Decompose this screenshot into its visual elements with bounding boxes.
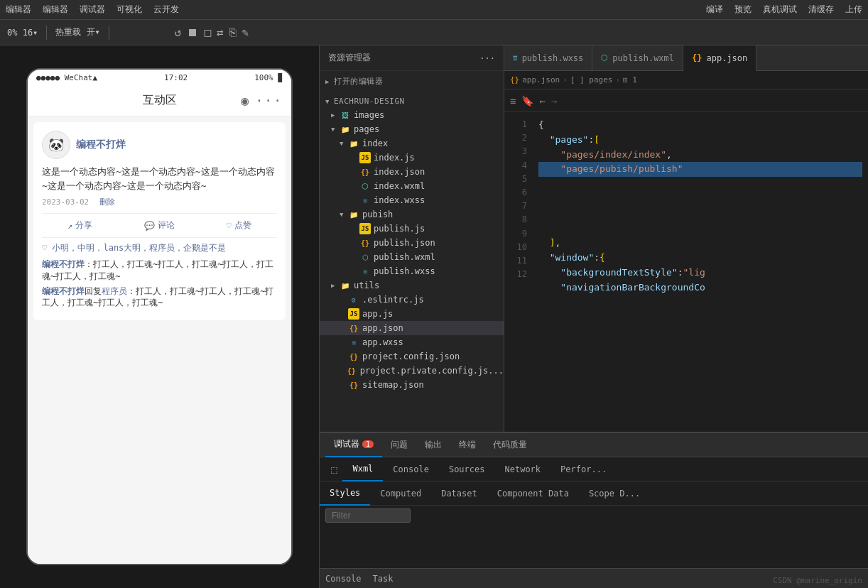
file-publish-js[interactable]: JS publish.js bbox=[320, 222, 504, 236]
stop-icon[interactable]: ⏹ bbox=[187, 26, 198, 39]
nav-forward-icon[interactable]: → bbox=[551, 95, 557, 107]
post-username[interactable]: 编程不打烊 bbox=[76, 138, 126, 151]
wxml-icon: ⬡ bbox=[359, 180, 371, 192]
phone-record-icon[interactable]: ◉ bbox=[241, 93, 249, 108]
folder-pubish[interactable]: ▼ 📁 pubish bbox=[320, 207, 504, 222]
file-sitemap-name: sitemap.json bbox=[362, 380, 424, 390]
folder-images[interactable]: ▶ 🖼 images bbox=[320, 108, 504, 122]
percentage-selector[interactable]: 0% 16▾ bbox=[7, 28, 38, 38]
menu-cloud[interactable]: 云开发 bbox=[153, 4, 179, 16]
tab-publish-wxml-icon: ⬡ bbox=[601, 53, 608, 62]
tab-code-quality[interactable]: 代码质量 bbox=[484, 433, 536, 457]
swap-icon[interactable]: ⇄ bbox=[217, 26, 224, 39]
menu-editor[interactable]: 编辑器 bbox=[6, 4, 31, 16]
tab-app-json-label: app.json bbox=[706, 53, 747, 63]
file-app-js[interactable]: JS app.js bbox=[320, 307, 504, 321]
tab-publish-wxml[interactable]: ⬡ publish.wxml bbox=[592, 45, 683, 71]
menu-editview[interactable]: 编辑器 bbox=[43, 4, 68, 16]
subtab-inspect-icon[interactable]: ⬚ bbox=[325, 464, 342, 475]
breadcrumb-pages[interactable]: [ ] pages bbox=[570, 75, 613, 85]
file-publish-wxml[interactable]: ⬡ publish.wxml bbox=[320, 250, 504, 264]
comment-action[interactable]: 💬 评论 bbox=[144, 219, 175, 232]
tab-terminal[interactable]: 终端 bbox=[450, 433, 484, 457]
menu-preview[interactable]: 预览 bbox=[734, 4, 752, 16]
open-editors-header[interactable]: ▶ 打开的编辑器 bbox=[320, 74, 504, 89]
code-line-10: "window":{ bbox=[538, 251, 862, 266]
folder-images-icon: 🖼 bbox=[340, 109, 351, 121]
file-project-config-name: project.config.json bbox=[362, 352, 460, 361]
post-card: 🐼 编程不打烊 这是一个动态内容~这是一个动态内容~这是一个动态内容~这是一个动… bbox=[33, 122, 286, 320]
menu-visual[interactable]: 可视化 bbox=[116, 4, 142, 16]
breadcrumb-index[interactable]: ⊡ 1 bbox=[623, 75, 637, 85]
subtab-performance[interactable]: Perfor... bbox=[550, 457, 617, 481]
file-sitemap[interactable]: {} sitemap.json bbox=[320, 378, 504, 392]
style-tab-component-data[interactable]: Component Data bbox=[487, 481, 579, 506]
file-index-wxss[interactable]: ≡ index.wxss bbox=[320, 193, 504, 207]
bottom-subtabs: ⬚ Wxml Console Sources Network Perfor... bbox=[320, 457, 868, 481]
collapse-all-icon[interactable]: ≡ bbox=[510, 95, 516, 107]
tab-debugger[interactable]: 调试器 1 bbox=[325, 433, 382, 457]
file-publish-wxss[interactable]: ≡ publish.wxss bbox=[320, 264, 504, 278]
style-tab-dataset[interactable]: Dataset bbox=[431, 481, 487, 506]
reply-target[interactable]: 程序员 bbox=[102, 286, 127, 296]
bookmark-icon[interactable]: 🔖 bbox=[521, 95, 533, 107]
style-tab-scope[interactable]: Scope D... bbox=[579, 481, 650, 506]
file-app-wxss[interactable]: ≡ app.wxss bbox=[320, 335, 504, 349]
comment-author[interactable]: 编程不打烊 bbox=[42, 259, 85, 269]
comment-reply-author[interactable]: 编程不打烊 bbox=[42, 286, 85, 296]
phone-status-bar: ●●●●● WeChat▲ 17:02 100% ▉ bbox=[28, 70, 291, 85]
tab-publish-wxss[interactable]: ≡ publish.wxss bbox=[504, 45, 592, 71]
subtab-network[interactable]: Network bbox=[495, 457, 551, 481]
subtab-console[interactable]: Console bbox=[383, 457, 439, 481]
menu-device-debug[interactable]: 真机调试 bbox=[763, 4, 797, 16]
style-tab-computed[interactable]: Computed bbox=[370, 481, 431, 506]
edit-icon[interactable]: ✎ bbox=[242, 26, 249, 39]
file-app-json[interactable]: {} app.json bbox=[320, 321, 504, 335]
breadcrumb-file[interactable]: app.json bbox=[522, 75, 560, 85]
subtab-sources[interactable]: Sources bbox=[439, 457, 495, 481]
subtab-wxml[interactable]: Wxml bbox=[342, 457, 383, 481]
style-tab-styles[interactable]: Styles bbox=[320, 481, 370, 506]
menu-clear-cache[interactable]: 清缓存 bbox=[808, 4, 834, 16]
file-index-js[interactable]: JS index.js bbox=[320, 151, 504, 165]
nav-back-icon[interactable]: ← bbox=[539, 95, 545, 107]
menu-upload[interactable]: 上传 bbox=[845, 4, 862, 16]
refresh-icon[interactable]: ↺ bbox=[175, 26, 182, 39]
tab-app-json[interactable]: {} app.json bbox=[683, 45, 756, 71]
file-panel-more-icon[interactable]: ··· bbox=[479, 53, 495, 63]
copy-icon[interactable]: ⎘ bbox=[229, 26, 237, 39]
js-icon: JS bbox=[359, 152, 371, 163]
tab-output-label: 输出 bbox=[425, 439, 442, 451]
folder-utils[interactable]: ▶ 📁 utils bbox=[320, 278, 504, 293]
window-icon[interactable]: □ bbox=[204, 26, 211, 39]
folder-utils-icon: 📁 bbox=[340, 280, 351, 291]
folder-pages[interactable]: ▼ 📁 pages bbox=[320, 122, 504, 136]
file-publish-json[interactable]: {} publish.json bbox=[320, 236, 504, 250]
folder-index[interactable]: ▼ 📁 index bbox=[320, 136, 504, 151]
code-line-6 bbox=[538, 192, 862, 207]
app-js-icon: JS bbox=[348, 308, 359, 320]
share-action[interactable]: ↗ 分享 bbox=[67, 219, 92, 232]
folder-index-name: index bbox=[362, 138, 388, 148]
phone-content[interactable]: 🐼 编程不打烊 这是一个动态内容~这是一个动态内容~这是一个动态内容~这是一个动… bbox=[28, 116, 291, 564]
file-index-wxml[interactable]: ⬡ index.wxml bbox=[320, 179, 504, 193]
file-project-config[interactable]: {} project.config.json bbox=[320, 349, 504, 364]
file-section-open: ▶ 打开的编辑器 bbox=[320, 71, 504, 92]
bottom-footer: Console Task CSDN @marine_origin bbox=[320, 568, 868, 588]
like-action[interactable]: ♡ 点赞 bbox=[226, 219, 251, 232]
tab-output[interactable]: 输出 bbox=[416, 433, 450, 457]
phone-nav-options[interactable]: ··· bbox=[255, 93, 283, 108]
file-index-json[interactable]: {} index.json bbox=[320, 165, 504, 179]
filter-input[interactable] bbox=[325, 508, 411, 523]
project-header[interactable]: ▼ EACHRUN-DESIGN bbox=[320, 94, 504, 108]
tab-problems[interactable]: 问题 bbox=[382, 433, 416, 457]
menu-debug[interactable]: 调试器 bbox=[80, 4, 105, 16]
hot-reload-toggle[interactable]: 热重载 开▾ bbox=[55, 26, 99, 38]
publish-js-icon: JS bbox=[359, 223, 371, 234]
menu-compile[interactable]: 编译 bbox=[706, 4, 723, 16]
file-eslintrc[interactable]: ⚙ .eslintrc.js bbox=[320, 293, 504, 307]
file-project-private-config[interactable]: {} project.private.config.js... bbox=[320, 364, 504, 378]
footer-task[interactable]: Task bbox=[373, 574, 394, 584]
footer-console[interactable]: Console bbox=[325, 574, 362, 584]
delete-button[interactable]: 删除 bbox=[99, 197, 115, 207]
